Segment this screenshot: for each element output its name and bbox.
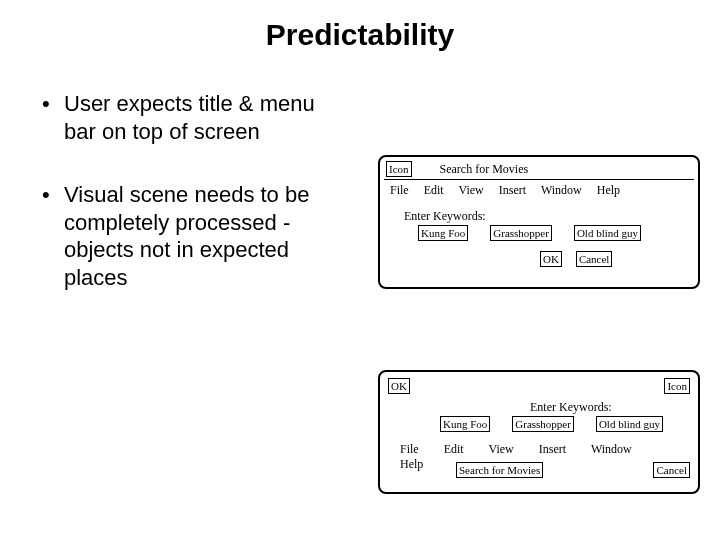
- keyword-field[interactable]: Kung Foo: [418, 225, 468, 241]
- cancel-button[interactable]: Cancel: [576, 251, 613, 267]
- bullet-item: • User expects title & menu bar on top o…: [42, 90, 352, 145]
- slide-title: Predictability: [0, 18, 720, 52]
- menu-file[interactable]: File: [400, 442, 419, 456]
- keyword-field[interactable]: Old blind guy: [574, 225, 641, 241]
- keywords-row: Kung Foo Grasshopper Old blind guy: [440, 416, 663, 432]
- keyword-field[interactable]: Grasshopper: [512, 416, 574, 432]
- dialog-buttons: OK Cancel: [540, 251, 612, 267]
- title-bar: Icon Search for Movies: [380, 161, 698, 177]
- menu-help[interactable]: Help: [400, 457, 423, 471]
- menu-edit[interactable]: Edit: [444, 442, 464, 456]
- menu-window[interactable]: Window: [541, 183, 582, 197]
- keyword-field[interactable]: Grasshopper: [490, 225, 552, 241]
- keywords-label: Enter Keywords:: [530, 400, 612, 415]
- mock-window-bad: OK Icon Enter Keywords: Kung Foo Grassho…: [378, 370, 700, 494]
- menu-view[interactable]: View: [458, 183, 483, 197]
- window-title: Search for Movies: [456, 462, 543, 478]
- keywords-label: Enter Keywords:: [404, 209, 486, 224]
- bullet-list: • User expects title & menu bar on top o…: [42, 90, 352, 327]
- menu-help[interactable]: Help: [597, 183, 620, 197]
- bullet-item: • Visual scene needs to be completely pr…: [42, 181, 352, 291]
- menu-insert[interactable]: Insert: [499, 183, 526, 197]
- bullet-dot: •: [42, 181, 64, 291]
- mock-window-good: Icon Search for Movies File Edit View In…: [378, 155, 700, 289]
- menu-view[interactable]: View: [488, 442, 513, 456]
- bullet-text: Visual scene needs to be completely proc…: [64, 181, 352, 291]
- bullet-dot: •: [42, 90, 64, 145]
- keyword-field[interactable]: Kung Foo: [440, 416, 490, 432]
- app-icon: Icon: [386, 161, 412, 177]
- window-title: Search for Movies: [430, 162, 692, 177]
- menu-file[interactable]: File: [390, 183, 409, 197]
- menu-bar: File Edit View Insert Window Help: [390, 183, 632, 198]
- ok-button[interactable]: OK: [388, 378, 410, 394]
- menu-insert[interactable]: Insert: [539, 442, 566, 456]
- bullet-text: User expects title & menu bar on top of …: [64, 90, 352, 145]
- keyword-field[interactable]: Old blind guy: [596, 416, 663, 432]
- app-icon: Icon: [664, 378, 690, 394]
- menu-window[interactable]: Window: [591, 442, 632, 456]
- ok-button[interactable]: OK: [540, 251, 562, 267]
- menu-edit[interactable]: Edit: [424, 183, 444, 197]
- title-separator: [384, 179, 694, 180]
- keywords-row: Kung Foo Grasshopper Old blind guy: [418, 225, 641, 241]
- cancel-button[interactable]: Cancel: [653, 462, 690, 478]
